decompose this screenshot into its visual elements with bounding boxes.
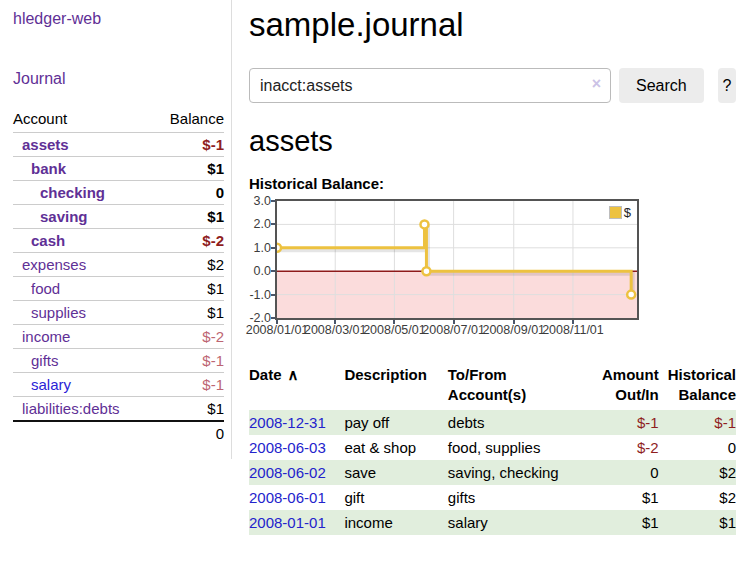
register-balance-cell: $1 xyxy=(659,510,736,535)
sidebar-account-link[interactable]: bank xyxy=(13,160,66,177)
sidebar-account-link[interactable]: income xyxy=(13,328,70,345)
register-row: 2008-12-31pay offdebts$-1$-1 xyxy=(249,410,736,435)
register-amount-cell: $-2 xyxy=(581,435,658,460)
balance-chart: $ 3.02.01.00.0-1.0-2.02008/01/012008/03/… xyxy=(249,199,736,339)
data-point-marker xyxy=(422,267,430,275)
sidebar-account-link[interactable]: supplies xyxy=(13,304,86,321)
y-axis-label: -1.0 xyxy=(249,289,271,302)
column-header-balance: Historical Balance xyxy=(659,363,736,410)
transaction-date-link[interactable]: 2008-06-01 xyxy=(249,489,326,506)
y-axis-tick xyxy=(271,317,275,319)
account-balance: $-2 xyxy=(202,328,224,345)
register-row: 2008-01-01incomesalary$1$1 xyxy=(249,510,736,535)
sidebar-item-journal[interactable]: Journal xyxy=(13,70,65,88)
account-row: bank$1 xyxy=(13,156,224,180)
transaction-date-link[interactable]: 2008-12-31 xyxy=(249,414,326,431)
search-button[interactable]: Search xyxy=(619,68,704,103)
y-axis-label: 2.0 xyxy=(249,218,271,231)
register-amount-cell: $1 xyxy=(581,510,658,535)
register-balance-cell: 0 xyxy=(659,435,736,460)
legend-label: $ xyxy=(624,205,631,220)
account-row: supplies$1 xyxy=(13,300,224,324)
x-axis-label: 2008/11/01 xyxy=(538,323,608,337)
y-axis-tick xyxy=(271,200,275,202)
register-balance-cell: $2 xyxy=(659,460,736,485)
register-balance-cell: $2 xyxy=(659,485,736,510)
y-axis-label: 0.0 xyxy=(249,265,271,278)
account-balance: $-2 xyxy=(202,232,224,249)
page-title: sample.journal xyxy=(249,6,736,44)
account-row: cash$-2 xyxy=(13,228,224,252)
column-header-description: Description xyxy=(344,363,447,410)
account-balance: $1 xyxy=(207,160,224,177)
x-axis-tick xyxy=(393,320,395,324)
sidebar-account-link[interactable]: expenses xyxy=(13,256,86,273)
sidebar-account-link[interactable]: gifts xyxy=(13,352,59,369)
register-description-cell: eat & shop xyxy=(344,435,447,460)
sidebar-account-link[interactable]: salary xyxy=(13,376,71,393)
data-point-marker xyxy=(420,220,428,228)
sidebar: hledger-web Journal Account Balance asse… xyxy=(0,0,232,459)
register-accounts-cell: gifts xyxy=(448,485,582,510)
y-axis-label: 1.0 xyxy=(249,242,271,255)
account-tree: Account Balance assets$-1bank$1checking0… xyxy=(13,108,224,445)
register-amount-cell: $-1 xyxy=(581,410,658,435)
balance-column-header: Balance xyxy=(170,110,224,127)
app-window: hledger-web Journal Account Balance asse… xyxy=(0,0,742,535)
search-form: × Search ? xyxy=(249,68,736,103)
transaction-date-link[interactable]: 2008-06-03 xyxy=(249,439,326,456)
app-title-link[interactable]: hledger-web xyxy=(13,10,101,28)
clear-search-icon[interactable]: × xyxy=(592,76,601,92)
register-header-row: Date∧DescriptionTo/From Account(s)Amount… xyxy=(249,363,736,410)
chart-title: Historical Balance: xyxy=(249,175,736,192)
register-accounts-cell: salary xyxy=(448,510,582,535)
account-row: gifts$-1 xyxy=(13,348,224,372)
y-axis-tick xyxy=(271,223,275,225)
sidebar-account-link[interactable]: saving xyxy=(13,208,88,225)
account-row: checking0 xyxy=(13,180,224,204)
sidebar-account-link[interactable]: assets xyxy=(13,136,69,153)
register-accounts-cell: debts xyxy=(448,410,582,435)
search-input[interactable] xyxy=(249,68,611,103)
y-axis-label: 3.0 xyxy=(249,195,271,208)
register-accounts-cell: food, supplies xyxy=(448,435,582,460)
account-balance: $1 xyxy=(207,400,224,417)
transaction-date-link[interactable]: 2008-01-01 xyxy=(249,514,326,531)
register-date-cell: 2008-06-03 xyxy=(249,435,344,460)
account-balance: $1 xyxy=(207,280,224,297)
x-axis-tick xyxy=(513,320,515,324)
transaction-date-link[interactable]: 2008-06-02 xyxy=(249,464,326,481)
chart-plot-area: $ xyxy=(275,199,639,320)
account-row: expenses$2 xyxy=(13,252,224,276)
register-row: 2008-06-02savesaving, checking0$2 xyxy=(249,460,736,485)
column-header-date[interactable]: Date∧ xyxy=(249,363,344,410)
account-row: food$1 xyxy=(13,276,224,300)
help-button[interactable]: ? xyxy=(718,68,736,103)
register-description-cell: gift xyxy=(344,485,447,510)
sidebar-account-link[interactable]: cash xyxy=(13,232,65,249)
sort-ascending-icon: ∧ xyxy=(288,366,299,383)
main-content: sample.journal × Search ? assets Histori… xyxy=(232,0,742,535)
sidebar-account-link[interactable]: checking xyxy=(13,184,105,201)
account-balance: 0 xyxy=(216,184,224,201)
sidebar-account-link[interactable]: food xyxy=(13,280,60,297)
register-accounts-cell: saving, checking xyxy=(448,460,582,485)
x-axis-tick xyxy=(453,320,455,324)
chart-canvas xyxy=(277,201,637,318)
register-description-cell: pay off xyxy=(344,410,447,435)
account-row: liabilities:debts$1 xyxy=(13,396,224,420)
account-row: assets$-1 xyxy=(13,132,224,156)
register-date-cell: 2008-12-31 xyxy=(249,410,344,435)
register-description-cell: income xyxy=(344,510,447,535)
sidebar-account-link[interactable]: liabilities:debts xyxy=(13,400,120,417)
account-balance: $1 xyxy=(207,208,224,225)
register-table: Date∧DescriptionTo/From Account(s)Amount… xyxy=(249,363,736,535)
account-row: income$-2 xyxy=(13,324,224,348)
y-axis-tick xyxy=(271,270,275,272)
account-row: saving$1 xyxy=(13,204,224,228)
legend-swatch-icon xyxy=(609,206,622,219)
data-point-marker xyxy=(277,244,281,252)
column-header-accounts: To/From Account(s) xyxy=(448,363,582,410)
account-tree-header: Account Balance xyxy=(13,108,224,132)
register-row: 2008-06-01giftgifts$1$2 xyxy=(249,485,736,510)
